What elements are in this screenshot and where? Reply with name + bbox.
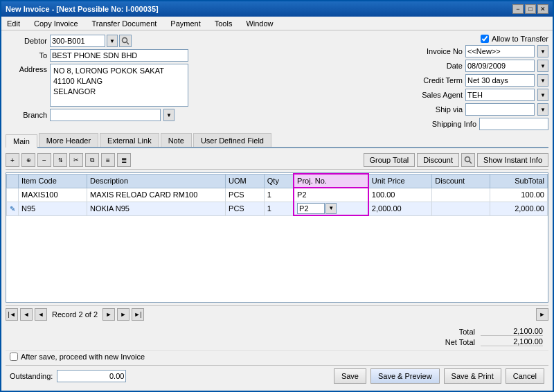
net-total-row: Net Total 2,100.00	[434, 337, 543, 346]
title-bar: New Invoice - [Next Possible No: I-00003…	[1, 1, 553, 17]
maximize-button[interactable]: □	[525, 4, 536, 14]
search-icon	[121, 37, 129, 45]
tab-more-header[interactable]: More Header	[39, 133, 98, 147]
after-save-text: After save, proceed with new Invoice	[21, 353, 145, 361]
col-unit-price: Unit Price	[368, 174, 432, 188]
debtor-search-button[interactable]	[119, 35, 132, 47]
menu-copy-invoice[interactable]: Copy Invoice	[31, 19, 81, 28]
shipping-info-input[interactable]	[479, 118, 548, 130]
debtor-combo-button[interactable]: ▼	[107, 35, 118, 47]
nav-first-button[interactable]: |◄	[6, 308, 18, 321]
date-row: Date ▼	[396, 60, 548, 72]
window-controls: − □ ✕	[512, 4, 548, 14]
menu-window[interactable]: Window	[243, 19, 276, 28]
col-indicator	[7, 174, 19, 188]
col-qty: Qty	[264, 174, 294, 188]
to-input[interactable]	[50, 49, 188, 62]
save-preview-button[interactable]: Save & Preview	[370, 368, 440, 384]
debtor-input-group: ▼	[50, 35, 132, 47]
form-section: Debtor ▼ To	[6, 35, 548, 130]
address-line-2: 41100 KLANG	[53, 76, 185, 87]
proj-no-input[interactable]	[297, 203, 325, 214]
show-instant-info-button[interactable]: Show Instant Info	[477, 153, 548, 167]
cancel-button[interactable]: Cancel	[506, 368, 544, 384]
menu-payment[interactable]: Payment	[168, 19, 203, 28]
tab-main[interactable]: Main	[6, 134, 37, 148]
sales-agent-row: Sales Agent ▼	[396, 89, 548, 101]
save-print-button[interactable]: Save & Print	[444, 368, 501, 384]
nav-forward-button[interactable]: ►	[117, 308, 129, 321]
tab-user-defined-field[interactable]: User Defined Field	[193, 133, 271, 147]
allow-transfer-label: Allow to Transfer	[492, 35, 548, 43]
copy-row-button[interactable]: ⇅	[53, 153, 67, 167]
menu-bar: Edit Copy Invoice Transfer Document Paym…	[1, 17, 553, 30]
shipping-info-row: Shipping Info	[396, 118, 548, 130]
after-save-checkbox[interactable]	[10, 353, 18, 361]
grid-view-button[interactable]: ≣	[117, 153, 131, 167]
cut-button[interactable]: ✂	[69, 153, 83, 167]
credit-term-row: Credit Term ▼	[396, 74, 548, 87]
menu-transfer-document[interactable]: Transfer Document	[89, 19, 160, 28]
proj-no-combo[interactable]: ▼	[325, 203, 337, 214]
close-button[interactable]: ✕	[537, 4, 548, 14]
svg-point-2	[465, 157, 470, 162]
date-label: Date	[411, 62, 463, 70]
nav-back-button[interactable]: ◄	[35, 308, 47, 321]
menu-edit[interactable]: Edit	[4, 19, 23, 28]
row1-description: MAXIS RELOAD CARD RM100	[87, 188, 226, 202]
list-view-button[interactable]: ≡	[101, 153, 115, 167]
navigation-bar: |◄ ◄ ◄ Record 2 of 2 ► ► ►| ►	[6, 305, 548, 323]
to-label: To	[6, 51, 47, 60]
sales-agent-label: Sales Agent	[411, 91, 463, 99]
branch-input[interactable]	[50, 109, 161, 121]
date-picker-button[interactable]: ▼	[537, 60, 548, 72]
toolbar-search-button[interactable]	[461, 153, 475, 167]
ship-via-combo[interactable]: ▼	[537, 103, 548, 116]
invoice-no-label: Invoice No	[411, 47, 463, 55]
toolbar-right: Group Total Discount Show Instant Info	[364, 153, 548, 167]
nav-prev-button[interactable]: ◄	[20, 308, 33, 321]
branch-combo-button[interactable]: ▼	[163, 109, 175, 121]
col-description: Description	[87, 174, 226, 188]
tab-note[interactable]: Note	[161, 133, 192, 147]
invoice-no-combo[interactable]: ▼	[537, 45, 548, 57]
nav-last-button[interactable]: ►|	[132, 308, 144, 321]
sales-agent-combo[interactable]: ▼	[537, 89, 548, 101]
menu-tools[interactable]: Tools	[212, 19, 235, 28]
debtor-input[interactable]	[50, 35, 105, 47]
group-total-button[interactable]: Group Total	[364, 153, 416, 167]
credit-term-label: Credit Term	[411, 76, 463, 84]
delete-row-button[interactable]: −	[37, 153, 51, 167]
tab-external-link[interactable]: External Link	[100, 133, 159, 147]
nav-scroll-right[interactable]: ►	[536, 308, 548, 321]
credit-term-input[interactable]	[465, 74, 535, 87]
address-line-3: SELANGOR	[53, 87, 185, 97]
ship-via-input[interactable]	[465, 103, 535, 116]
right-form: Allow to Transfer Invoice No ▼ Date ▼ Cr…	[396, 35, 548, 130]
address-label: Address	[6, 65, 47, 73]
credit-term-combo[interactable]: ▼	[537, 74, 548, 87]
row2-qty: 1	[264, 202, 294, 215]
add-row-button[interactable]: +	[6, 153, 19, 167]
svg-point-0	[123, 38, 127, 43]
toolbar-search-icon	[464, 156, 472, 164]
nav-next-button[interactable]: ►	[102, 308, 115, 321]
paste-button[interactable]: ⧉	[85, 153, 99, 167]
allow-transfer-checkbox[interactable]	[481, 35, 489, 43]
table-header-row: Item Code Description UOM Qty Proj. No. …	[7, 174, 548, 188]
to-row: To	[6, 49, 391, 62]
main-window: New Invoice - [Next Possible No: I-00003…	[0, 0, 554, 392]
col-discount: Discount	[432, 174, 490, 188]
invoice-table: Item Code Description UOM Qty Proj. No. …	[6, 173, 548, 216]
data-table-container: Item Code Description UOM Qty Proj. No. …	[6, 172, 548, 303]
discount-button[interactable]: Discount	[417, 153, 459, 167]
outstanding-input[interactable]	[57, 370, 126, 382]
svg-line-1	[127, 42, 129, 44]
save-button[interactable]: Save	[334, 368, 366, 384]
invoice-no-input[interactable]	[465, 45, 535, 57]
sales-agent-input[interactable]	[465, 89, 535, 101]
row1-qty: 1	[264, 188, 294, 202]
insert-row-button[interactable]: ⊕	[21, 153, 35, 167]
minimize-button[interactable]: −	[512, 4, 524, 14]
date-input[interactable]	[465, 60, 535, 72]
